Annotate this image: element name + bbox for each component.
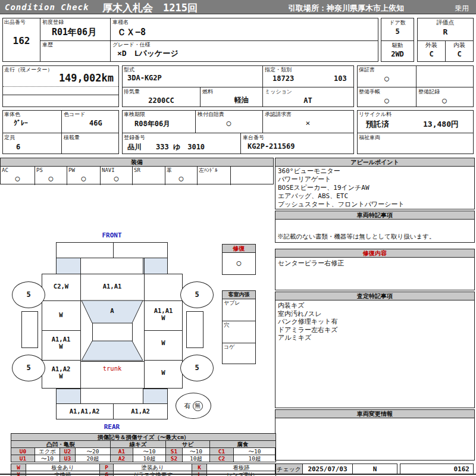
equip-label: SR	[133, 167, 165, 174]
insurance-label: 検付自賠責	[196, 111, 226, 118]
diagram-cowl-right	[143, 258, 168, 274]
engine-type-box: 型式 3DA-KG2P 指定・類別 18723 103 排気量 2200CC 燃…	[122, 65, 354, 107]
recycle-label: リサイクル料	[358, 111, 393, 118]
cabin-lining-box: 客室内張 ヤブレ 穴 コゲ	[222, 290, 256, 364]
vehicle-category: 乗用	[455, 4, 469, 14]
first-registration-label: 初度登録	[41, 18, 65, 26]
brand-logo: Condition Check	[5, 2, 89, 12]
welfare-label: 福祉車両	[358, 134, 381, 141]
cabin-row-burn: コゲ	[223, 343, 255, 365]
first-registration: R01年06月	[52, 27, 96, 38]
panel-rear-bumper-left: A1,A1,A2	[56, 408, 113, 415]
drive-value: 2WD	[381, 50, 414, 58]
warranty-label: 保証書	[358, 66, 376, 73]
color-capacity-box: 車体色 ｸﾞﾚｰ 色コード 46G 定員 6 積載量	[2, 110, 119, 154]
diagram-side-step-right	[186, 311, 203, 348]
warranty-box: 保証書 ○ 整備手帳 ○ 整備記録 ○	[357, 65, 474, 107]
pickup-location: 引取場所：神奈川県厚木市上依知	[288, 3, 404, 14]
legend-code: U3	[60, 455, 76, 462]
tire-rear-right: 5	[180, 355, 214, 381]
vehicle-notes-note: ※記載のない書類・機器等は無しとして取り扱います。	[277, 233, 435, 241]
cabin-row-label: コゲ	[223, 343, 255, 350]
check-flag: N	[353, 464, 397, 474]
diagram-cowl-left	[56, 258, 81, 274]
history-label: 車歴	[41, 41, 54, 48]
legend-code: U1	[11, 455, 35, 462]
class-label: 指定・類別	[264, 66, 293, 73]
legend-code: C2	[210, 455, 234, 462]
panel-door-rear-left: A1,A1 W	[42, 336, 80, 350]
legend-code: S2	[166, 455, 183, 462]
repair-details-title: 修復内容	[275, 249, 474, 258]
exterior-grade: C	[418, 50, 445, 58]
equip-mark: ○	[67, 174, 100, 183]
equip-label: PS	[35, 167, 67, 174]
panel-rear-fender-right: W	[144, 369, 183, 376]
cabin-row-hole: 穴	[223, 321, 255, 343]
equip-label: PW	[67, 167, 100, 174]
vehicle-notes-title: 車両特記事項	[275, 211, 474, 220]
doors-drive-box: ドア数 5 駆動 2WD	[381, 18, 414, 62]
legend-group-rust: サビ	[166, 441, 210, 448]
appeal-line: 360°ビューモニター	[278, 167, 472, 176]
legend-size: 10超	[133, 455, 166, 462]
change-info-title: 車両変更情報	[275, 410, 474, 418]
change-info-box: 車両変更情報	[275, 409, 475, 461]
appeal-line: パワーリアゲート	[278, 176, 472, 184]
legend-code: A2	[111, 455, 133, 462]
panel-hood: A1,A1	[80, 283, 144, 290]
equip-mark: ○	[35, 174, 67, 183]
legend-group-scratch: 線キズ	[111, 441, 166, 448]
inspection-label: 車検期限	[123, 111, 146, 118]
equip-mark: ○	[101, 174, 132, 183]
spare-no-label-circled: 無	[193, 401, 203, 411]
header-bar: Condition Check 厚木入札会 1215回 引取場所：神奈川県厚木市…	[0, 0, 476, 14]
cabin-row-tear: ヤブレ	[223, 299, 255, 321]
color-code-label: 色コード	[62, 111, 86, 118]
legend-size: エクボ	[35, 448, 60, 455]
mileage-value: 149,002km	[3, 72, 114, 84]
chassis-label: 車台番号	[242, 134, 265, 141]
body-color-label: 車体色	[3, 111, 21, 118]
legend-size: 20超	[76, 455, 111, 462]
panel-front-fender-left: C2,W	[42, 283, 80, 290]
panel-rear-fender-left: A1,A2 W	[42, 365, 80, 380]
legend-mark-desc: 塗装あり	[114, 464, 192, 471]
legend-mark-code: K	[192, 464, 207, 471]
model-name: ＣＸ−8	[117, 27, 146, 38]
equip-label: AC	[1, 167, 35, 174]
diagram-side-step-left	[21, 311, 38, 348]
interior-grade: C	[446, 50, 473, 58]
repair-flag-box: 修復 ○	[222, 244, 256, 275]
panel-windshield: A	[80, 307, 144, 314]
check-number: 0162	[400, 464, 473, 474]
recycle-status: 預託済	[366, 119, 389, 130]
damage-legend-table: 損傷記号＆損傷サイズ（〜最大cm） 凸凹・亀裂 線キズ サビ 腐食 U0 エクボ…	[11, 433, 276, 462]
legend-mark-code: W	[11, 464, 26, 471]
legend-code: C1	[210, 448, 234, 455]
registration-number: 品川 333 ゆ 3010	[127, 142, 205, 152]
equip-cell-pw: PW ○	[67, 167, 101, 185]
legend-size: 〜10	[234, 448, 276, 455]
diagram-rear-corner-right	[143, 389, 168, 404]
model-label: 車種名	[111, 18, 130, 26]
repair-details-box: 修復内容 センターピラー右修正	[275, 249, 475, 290]
mission-label: ミッション	[264, 88, 293, 95]
assessment-notes-box: 査定特記事項 内装キズ 室内汚れ/スレ パンク修理キット有 ドアミラー左右キズ …	[275, 292, 475, 408]
vehicle-id-box: 出品番号 162 初度登録 R01年06月 車歴 車種名 ＣＸ−8 グレード・仕…	[2, 18, 378, 62]
assessment-line: パンク修理キット有	[278, 318, 472, 326]
cabin-lining-title: 客室内張	[223, 291, 255, 299]
legend-group-dent: 凸凹・亀裂	[11, 441, 111, 448]
score-label: 評価点	[418, 19, 473, 26]
equip-cell-leather: 革 ○	[165, 167, 198, 185]
spare-tire-indicator: 有 無	[176, 393, 211, 419]
grade-value: ×D Lパッケージ	[117, 48, 178, 59]
registration-number-label: 登録番号	[123, 134, 146, 141]
legend-code: S1	[166, 448, 183, 455]
legend-mark-desc: 板金あり	[26, 464, 100, 471]
panel-door-rear-right: W	[144, 339, 183, 346]
maintenance-book-label: 整備手帳	[358, 88, 381, 95]
equip-cell-navi: NAVI ○	[101, 167, 133, 185]
legend-size: 〜20	[76, 448, 111, 455]
vehicle-notes-box: 車両特記事項 ※記載のない書類・機器等は無しとして取り扱います。	[275, 211, 475, 243]
